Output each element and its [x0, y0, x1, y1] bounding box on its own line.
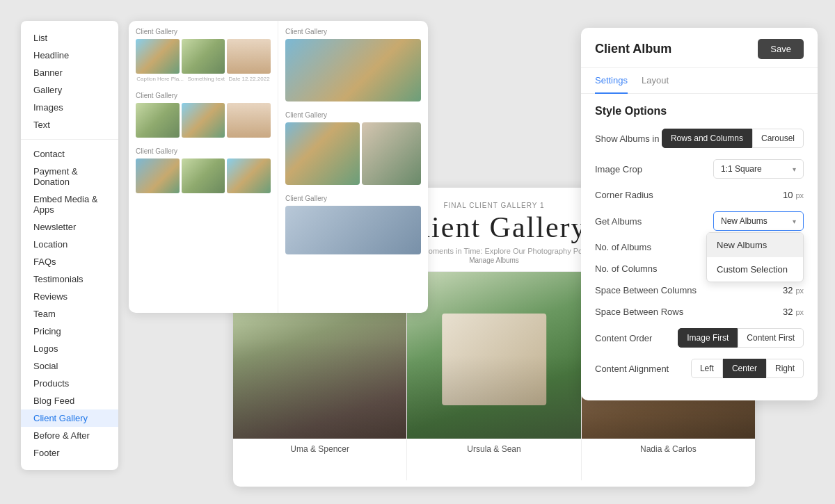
sidebar-item-team[interactable]: Team	[21, 305, 118, 323]
sidebar-item-pricing[interactable]: Pricing	[21, 323, 118, 340]
sidebar-item-blog[interactable]: Blog Feed	[21, 392, 118, 409]
thumb-3b	[182, 158, 225, 193]
content-alignment-label: Content Alignment	[595, 364, 669, 374]
sidebar-item-banner[interactable]: Banner	[21, 64, 118, 81]
sidebar-item-logos[interactable]: Logos	[21, 340, 118, 357]
gallery-label-4: Client Gallery	[285, 28, 421, 35]
tab-settings[interactable]: Settings	[595, 68, 628, 94]
gallery-section-5: Client Gallery	[285, 111, 421, 185]
sidebar-item-text[interactable]: Text	[21, 116, 118, 133]
gallery-label-2: Client Gallery	[136, 92, 271, 99]
thumb-row-2	[136, 103, 271, 138]
gallery-section-6: Client Gallery	[285, 195, 421, 254]
style-options-title: Style Options	[595, 105, 804, 117]
space-columns-unit: px	[795, 286, 804, 295]
thumb-row-3	[136, 158, 271, 193]
wedding-photo-ursula: Ursula & Sean	[406, 272, 581, 480]
space-rows-unit: px	[795, 308, 804, 316]
sidebar-item-products[interactable]: Products	[21, 375, 118, 392]
image-crop-value: 1:1 Square	[721, 164, 762, 174]
sidebar-item-contact[interactable]: Contact	[21, 145, 118, 163]
btn-rows-columns[interactable]: Rows and Columns	[662, 129, 752, 148]
show-albums-label: Show Albums in	[595, 133, 660, 144]
thumb-caption-1a: Caption Here Pla...	[136, 76, 184, 82]
content-order-btn-group: Image First Content First	[678, 328, 804, 348]
sidebar-item-embed[interactable]: Embed Media & Apps	[21, 190, 118, 218]
thumb-1c	[227, 39, 271, 74]
gallery-label-3: Client Gallery	[136, 147, 271, 155]
gallery-label-5: Client Gallery	[285, 111, 421, 119]
gallery-section-3: Client Gallery	[136, 147, 271, 193]
thumb-caption-1c: Date 12.22.2022	[228, 76, 269, 82]
image-crop-dropdown[interactable]: 1:1 Square ▾	[713, 159, 804, 179]
space-columns-row: Space Between Columns 32 px	[595, 285, 804, 295]
btn-carousel[interactable]: Carousel	[752, 129, 804, 148]
gallery-section-2: Client Gallery	[136, 92, 271, 138]
sidebar-item-newsletter[interactable]: Newsletter	[21, 218, 118, 236]
sidebar-item-testimonials[interactable]: Testimonials	[21, 270, 118, 288]
space-columns-value: 32	[783, 285, 793, 295]
show-albums-row: Show Albums in Rows and Columns Carousel	[595, 129, 804, 148]
thumb-row-1	[136, 39, 271, 74]
sidebar-item-headline[interactable]: Headline	[21, 47, 118, 64]
sidebar-item-client-gallery[interactable]: Client Gallery	[21, 409, 118, 427]
thumb-2b	[182, 103, 225, 138]
sidebar-item-before-after[interactable]: Before & After	[21, 427, 118, 444]
space-columns-label: Space Between Columns	[595, 285, 697, 295]
wedding-name-ursula: Ursula & Sean	[467, 444, 520, 454]
thumb-caption-1b: Something text	[188, 76, 225, 82]
thumb-1b	[182, 39, 225, 74]
wedding-name-uma: Uma & Spencer	[290, 444, 349, 454]
get-albums-value: New Albums	[721, 216, 768, 226]
space-rows-value: 32	[783, 307, 793, 317]
sidebar-item-social[interactable]: Social	[21, 357, 118, 375]
menu-item-new-albums[interactable]: New Albums	[707, 233, 803, 257]
gallery-label-1: Client Gallery	[136, 28, 271, 35]
gallery-section-4: Client Gallery	[285, 28, 421, 101]
settings-title: Client Album	[595, 42, 671, 56]
image-crop-label: Image Crop	[595, 164, 642, 174]
num-columns-label: No. of Columns	[595, 263, 658, 274]
tab-layout[interactable]: Layout	[642, 68, 669, 94]
sidebar-item-location[interactable]: Location	[21, 236, 118, 253]
thumb-3a	[136, 158, 180, 193]
corner-radius-label: Corner Radius	[595, 190, 653, 200]
content-alignment-btn-group: Left Center Right	[691, 359, 804, 378]
sidebar: List Headline Banner Gallery Images Text…	[21, 21, 118, 470]
content-order-label: Content Order	[595, 333, 652, 343]
get-albums-dropdown[interactable]: New Albums ▾	[713, 211, 804, 231]
corner-radius-value: 10	[783, 190, 793, 200]
num-albums-label: No. of Albums	[595, 242, 651, 252]
sidebar-item-list[interactable]: List	[21, 29, 118, 47]
btn-align-center[interactable]: Center	[723, 359, 766, 378]
menu-item-custom-selection[interactable]: Custom Selection	[707, 257, 803, 282]
get-albums-row: Get Albums New Albums ▾ New Albums Custo…	[595, 211, 804, 231]
get-albums-menu: New Albums Custom Selection	[706, 232, 804, 282]
gallery-label-6: Client Gallery	[285, 195, 421, 202]
sidebar-item-footer[interactable]: Footer	[21, 444, 118, 462]
thumb-3c	[227, 158, 271, 193]
space-rows-row: Space Between Rows 32 px	[595, 307, 804, 317]
thumb-row-5	[285, 122, 421, 185]
thumb-1a	[136, 39, 180, 74]
corner-radius-unit: px	[795, 191, 804, 200]
gallery-section-1: Client Gallery Caption Here Pla... Somet…	[136, 28, 271, 82]
sidebar-item-reviews[interactable]: Reviews	[21, 288, 118, 305]
get-albums-label: Get Albums	[595, 216, 642, 227]
btn-align-right[interactable]: Right	[766, 359, 804, 378]
content-alignment-row: Content Alignment Left Center Right	[595, 359, 804, 378]
thumb-large-4	[285, 39, 421, 101]
btn-image-first[interactable]: Image First	[678, 328, 738, 348]
chevron-down-icon: ▾	[793, 165, 796, 173]
btn-content-first[interactable]: Content First	[738, 328, 804, 348]
save-button[interactable]: Save	[758, 39, 804, 59]
btn-align-left[interactable]: Left	[691, 359, 723, 378]
space-rows-label: Space Between Rows	[595, 307, 683, 317]
settings-body: Style Options Show Albums in Rows and Co…	[581, 94, 818, 400]
sidebar-item-payment[interactable]: Payment & Donation	[21, 163, 118, 190]
sidebar-item-faqs[interactable]: FAQs	[21, 253, 118, 270]
content-order-row: Content Order Image First Content First	[595, 328, 804, 348]
sidebar-item-gallery[interactable]: Gallery	[21, 81, 118, 99]
sidebar-item-images[interactable]: Images	[21, 99, 118, 116]
chevron-down-icon-2: ▾	[793, 218, 796, 225]
